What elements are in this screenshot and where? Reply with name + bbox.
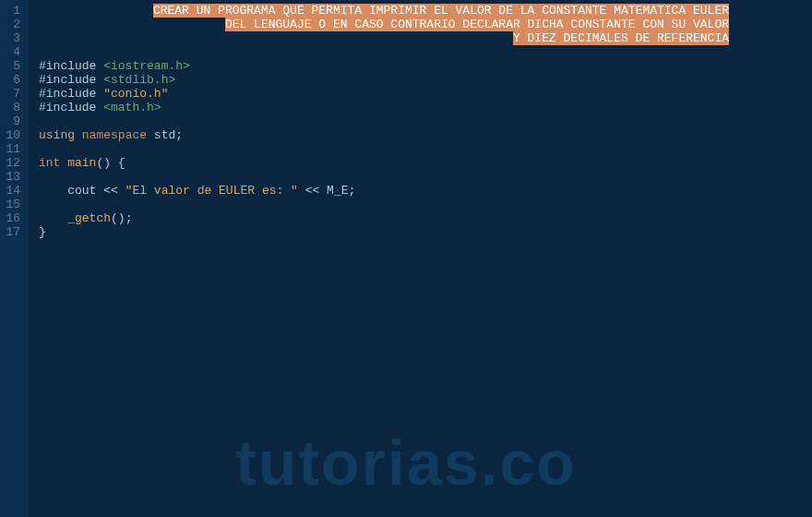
comment-highlight: DEL LENGUAJE O EN CASO CONTRARIO DECLARA… — [225, 18, 729, 31]
code-line[interactable]: using namespace std; — [39, 128, 812, 142]
line-number: 17 — [4, 225, 20, 239]
line-number: 15 — [4, 198, 20, 211]
line-number: 1 — [4, 4, 20, 18]
line-number: 10 — [4, 128, 20, 142]
code-line[interactable]: Y DIEZ DECIMALES DE REFERENCIA — [39, 31, 812, 45]
line-number: 9 — [4, 114, 20, 128]
code-line[interactable] — [39, 198, 812, 211]
line-number: 8 — [4, 101, 20, 114]
comment-highlight: Y DIEZ DECIMALES DE REFERENCIA — [513, 31, 729, 45]
line-number: 3 — [4, 31, 20, 45]
code-line[interactable]: CREAR UN PROGRAMA QUE PERMITA IMPRIMIR E… — [39, 4, 812, 18]
line-number: 14 — [4, 184, 20, 198]
code-line[interactable] — [39, 114, 812, 128]
line-number: 5 — [4, 59, 20, 73]
code-line[interactable]: #include "conio.h" — [39, 87, 812, 101]
code-editor: 1234567891011121314151617 CREAR UN PROGR… — [0, 0, 812, 517]
code-line[interactable]: #include <iostream.h> — [39, 59, 812, 73]
code-line[interactable]: int main() { — [39, 156, 812, 170]
line-number: 16 — [4, 211, 20, 225]
line-number: 4 — [4, 45, 20, 59]
comment-highlight: CREAR UN PROGRAMA QUE PERMITA IMPRIMIR E… — [153, 4, 729, 18]
code-line[interactable] — [39, 170, 812, 184]
line-number: 12 — [4, 156, 20, 170]
line-number: 6 — [4, 73, 20, 87]
line-number: 13 — [4, 170, 20, 184]
code-line[interactable]: #include <stdlib.h> — [39, 73, 812, 87]
code-line[interactable]: #include <math.h> — [39, 101, 812, 114]
code-area[interactable]: CREAR UN PROGRAMA QUE PERMITA IMPRIMIR E… — [28, 0, 812, 517]
code-line[interactable]: cout << "El valor de EULER es: " << M_E; — [39, 184, 812, 198]
line-number: 11 — [4, 142, 20, 156]
line-number-gutter: 1234567891011121314151617 — [0, 0, 28, 517]
line-number: 7 — [4, 87, 20, 101]
code-line[interactable]: } — [39, 225, 812, 239]
line-number: 2 — [4, 18, 20, 31]
code-line[interactable]: _getch(); — [39, 211, 812, 225]
code-line[interactable] — [39, 45, 812, 59]
code-line[interactable] — [39, 142, 812, 156]
code-line[interactable]: DEL LENGUAJE O EN CASO CONTRARIO DECLARA… — [39, 18, 812, 31]
